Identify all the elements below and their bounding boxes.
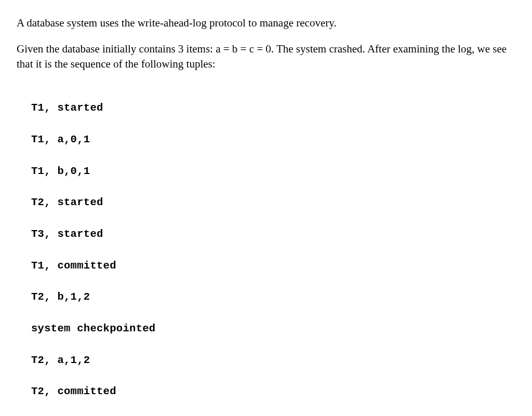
log-sequence: T1, started T1, a,0,1 T1, b,0,1 T2, star… bbox=[31, 85, 515, 416]
log-entry: T2, committed bbox=[31, 384, 515, 399]
log-entry: T2, started bbox=[31, 195, 515, 210]
log-entry: T2, b,1,2 bbox=[31, 289, 515, 305]
intro-paragraph-1: A database system uses the write-ahead-l… bbox=[17, 16, 515, 30]
intro-paragraph-2: Given the database initially contains 3 … bbox=[17, 42, 515, 71]
log-entry: T2, a,1,2 bbox=[31, 353, 515, 368]
log-entry: T1, b,0,1 bbox=[31, 164, 515, 179]
log-entry: T1, started bbox=[31, 100, 515, 116]
log-entry: T3, started bbox=[31, 226, 515, 242]
log-entry: T1, a,0,1 bbox=[31, 132, 515, 147]
log-entry: T1, committed bbox=[31, 258, 515, 274]
log-entry: system checkpointed bbox=[31, 321, 515, 337]
